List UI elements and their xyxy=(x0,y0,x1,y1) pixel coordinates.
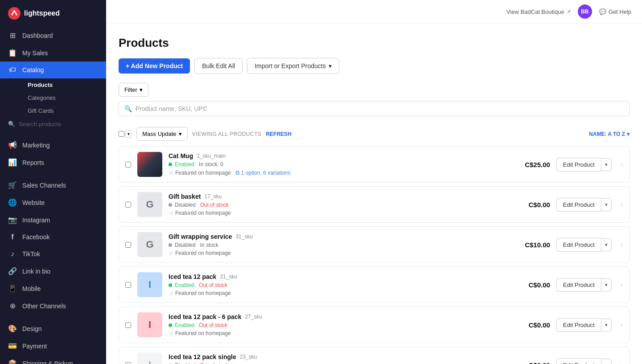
edit-product-button[interactable]: Edit Product xyxy=(556,278,601,292)
bulk-edit-button[interactable]: Bulk Edit All xyxy=(194,58,243,74)
edit-product-button[interactable]: Edit Product xyxy=(556,158,601,172)
status-text: Enabled xyxy=(175,282,194,288)
search-products-input[interactable] xyxy=(19,121,98,127)
add-new-product-button[interactable]: + Add New Product xyxy=(119,58,190,74)
sidebar-item-design[interactable]: 🎨 Design xyxy=(0,320,106,337)
product-row[interactable]: I Iced tea 12 pack 21_sku Enabled Out of… xyxy=(119,266,630,303)
page-title: Products xyxy=(119,36,630,50)
edit-product-dropdown[interactable]: ▾ xyxy=(601,238,612,251)
product-thumbnail: G xyxy=(137,232,162,257)
select-all-checkbox[interactable] xyxy=(119,131,124,137)
sidebar-item-facebook[interactable]: f Facebook xyxy=(0,229,106,245)
product-thumbnail: I xyxy=(137,312,162,337)
marketing-icon: 📢 xyxy=(8,141,17,149)
products-header: ▾ Mass Update ▾ VIEWING ALL PRODUCTS REF… xyxy=(119,123,630,144)
edit-product-button[interactable]: Edit Product xyxy=(556,358,601,364)
get-help-link[interactable]: 💬 Get Help xyxy=(599,8,631,15)
mass-update-button[interactable]: Mass Update ▾ xyxy=(136,127,188,141)
product-checkbox-5[interactable] xyxy=(125,362,131,364)
row-chevron-icon[interactable]: › xyxy=(621,361,623,364)
reports-icon: 📊 xyxy=(8,158,17,167)
product-row[interactable]: G Gift basket 17_sku Disabled Out of sto… xyxy=(119,186,630,223)
sidebar-item-tiktok[interactable]: ♪ TikTok xyxy=(0,245,106,262)
edit-product-dropdown[interactable]: ▾ xyxy=(601,158,612,171)
product-row[interactable]: I Iced tea 12 pack - 6 pack 27_sku Enabl… xyxy=(119,307,630,343)
sidebar-item-sales-channels-label: Sales Channels xyxy=(22,182,66,189)
sidebar-item-marketing[interactable]: 📢 Marketing xyxy=(0,136,106,154)
edit-product-button[interactable]: Edit Product xyxy=(556,238,601,252)
sidebar-item-design-label: Design xyxy=(22,325,42,332)
product-checkbox-3[interactable] xyxy=(125,282,131,288)
stock-text: Out of stock xyxy=(200,202,229,208)
avatar[interactable]: BB xyxy=(578,4,592,19)
sidebar: lightspeed ⊞ Dashboard 📋 My Sales 🏷 Cata… xyxy=(0,0,106,364)
sidebar-item-categories[interactable]: Categories xyxy=(22,91,106,104)
logo[interactable]: lightspeed xyxy=(0,0,106,27)
main-area: View BadCat Boutique ↗ BB 💬 Get Help Pro… xyxy=(106,0,642,364)
filter-label: Filter xyxy=(124,86,137,93)
product-thumbnail: I xyxy=(137,272,162,297)
sidebar-item-link-in-bio[interactable]: 🔗 Link in bio xyxy=(0,262,106,280)
star-icon: ☆ xyxy=(169,210,174,217)
product-search-input[interactable] xyxy=(136,105,624,112)
star-icon: ☆ xyxy=(169,330,174,337)
website-icon: 🌐 xyxy=(8,198,17,207)
sidebar-item-website[interactable]: 🌐 Website xyxy=(0,194,106,211)
sidebar-item-payment-label: Payment xyxy=(22,343,47,350)
sidebar-item-catalog[interactable]: 🏷 Catalog xyxy=(0,61,106,78)
product-price: C$0.00 xyxy=(510,321,550,329)
import-export-button[interactable]: Import or Export Products ▾ xyxy=(247,58,339,74)
edit-button-wrap: Edit Product ▾ xyxy=(556,358,612,364)
row-chevron-icon[interactable]: › xyxy=(621,241,623,249)
sidebar-item-mobile[interactable]: 📱 Mobile xyxy=(0,280,106,297)
product-row[interactable]: Cat Mug 1_sku_main Enabled In stock: 0 ☆… xyxy=(119,146,630,183)
sort-button[interactable]: NAME: A TO Z ▾ xyxy=(589,131,630,137)
edit-button-wrap: Edit Product ▾ xyxy=(556,238,612,252)
product-sku: 21_sku xyxy=(220,274,237,280)
product-checkbox-0[interactable] xyxy=(125,162,131,168)
status-indicator: Enabled xyxy=(169,322,194,328)
row-chevron-icon[interactable]: › xyxy=(621,321,623,329)
edit-product-dropdown[interactable]: ▾ xyxy=(601,319,612,331)
edit-product-dropdown[interactable]: ▾ xyxy=(601,198,612,211)
product-meta: Enabled Out of stock xyxy=(169,282,504,288)
status-text: Enabled xyxy=(175,161,194,168)
sidebar-item-reports[interactable]: 📊 Reports xyxy=(0,154,106,171)
product-checkbox-1[interactable] xyxy=(125,202,131,208)
view-store-link[interactable]: View BadCat Boutique ↗ xyxy=(506,8,571,15)
sidebar-item-payment[interactable]: 💳 Payment xyxy=(0,337,106,355)
sidebar-item-shipping[interactable]: 📦 Shipping & Pickup xyxy=(0,355,106,364)
sidebar-item-my-sales[interactable]: 📋 My Sales xyxy=(0,44,106,61)
product-search-bar[interactable]: 🔍 xyxy=(119,101,630,116)
sidebar-item-instagram[interactable]: 📷 Instagram xyxy=(0,211,106,229)
row-chevron-icon[interactable]: › xyxy=(621,281,623,289)
edit-product-button[interactable]: Edit Product xyxy=(556,318,601,332)
product-row[interactable]: I Iced tea 12 pack single 23_sku Disable… xyxy=(119,347,630,364)
viewing-label: VIEWING ALL PRODUCTS xyxy=(192,131,262,137)
sidebar-item-dashboard[interactable]: ⊞ Dashboard xyxy=(0,27,106,44)
sidebar-item-gift-cards[interactable]: Gift Cards xyxy=(22,104,106,117)
select-all-dropdown[interactable]: ▾ xyxy=(125,130,132,138)
search-icon: 🔍 xyxy=(8,121,15,127)
filter-button[interactable]: Filter ▾ xyxy=(119,83,148,97)
product-row[interactable]: G Gift wrapping service 31_sku Disabled … xyxy=(119,226,630,263)
lightspeed-logo-icon xyxy=(8,7,21,20)
edit-product-dropdown[interactable]: ▾ xyxy=(601,278,612,291)
sidebar-item-products[interactable]: Products xyxy=(22,78,106,91)
sidebar-item-other-channels[interactable]: ⊕ Other Channels xyxy=(0,297,106,315)
product-price: C$10.00 xyxy=(510,241,550,249)
refresh-button[interactable]: REFRESH xyxy=(266,131,291,137)
product-search-box[interactable]: 🔍 xyxy=(0,117,106,131)
edit-product-dropdown[interactable]: ▾ xyxy=(601,359,612,364)
sidebar-item-tiktok-label: TikTok xyxy=(22,250,40,258)
row-chevron-icon[interactable]: › xyxy=(621,160,623,168)
edit-product-button[interactable]: Edit Product xyxy=(556,198,601,212)
other-channels-icon: ⊕ xyxy=(8,302,17,310)
product-checkbox-4[interactable] xyxy=(125,322,131,328)
row-chevron-icon[interactable]: › xyxy=(621,200,623,209)
product-name: Cat Mug 1_sku_main xyxy=(169,152,504,160)
sidebar-item-sales-channels[interactable]: 🛒 Sales Channels xyxy=(0,176,106,194)
product-price: C$0.00 xyxy=(510,361,550,364)
topbar: View BadCat Boutique ↗ BB 💬 Get Help xyxy=(106,0,642,24)
product-checkbox-2[interactable] xyxy=(125,242,131,248)
